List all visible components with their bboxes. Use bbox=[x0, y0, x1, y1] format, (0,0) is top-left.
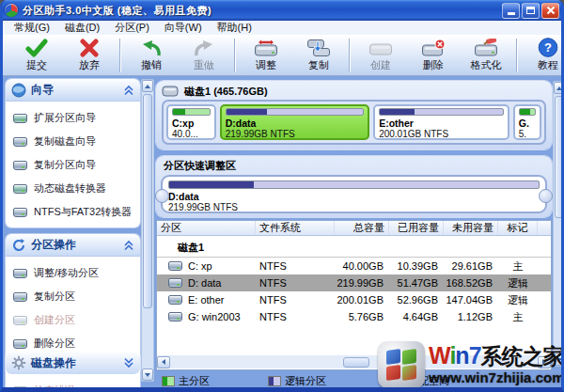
toolbar-separator bbox=[349, 39, 351, 72]
disk-title: 磁盘1 (465.76GB) bbox=[184, 85, 268, 99]
scroll-down-button[interactable] bbox=[142, 368, 153, 381]
toolbar-undo-button[interactable]: 撤销 bbox=[125, 39, 178, 72]
quick-adjust-bar[interactable]: D:data 219.99GB NTFS bbox=[161, 175, 547, 213]
table-group-disk1[interactable]: 磁盘1 bbox=[157, 239, 551, 258]
resize-handle-left[interactable] bbox=[155, 189, 169, 203]
table-row-e[interactable]: E: other NTFS 200.01GB 52.96GB 147.04GB … bbox=[157, 291, 551, 308]
toolbar-redo-button[interactable]: 重做 bbox=[178, 39, 230, 72]
circular-arrow-icon bbox=[11, 238, 26, 253]
arrow-up-icon bbox=[556, 86, 562, 90]
partition-block-e[interactable]: E:other 200.01GB NTFS bbox=[373, 104, 509, 140]
arrow-left-icon bbox=[162, 359, 165, 365]
wizards-header[interactable]: 向导 bbox=[6, 79, 140, 102]
sidebar-item-copy-disk-wizard[interactable]: 复制磁盘向导 bbox=[13, 130, 136, 153]
toolbar-resize-button[interactable]: 调整 bbox=[240, 39, 292, 72]
disk-ops-header[interactable]: 磁盘操作 bbox=[6, 352, 140, 374]
menu-bar: 常规(G) 磁盘(D) 分区(P) 向导(W) 帮助(H) bbox=[3, 21, 561, 36]
windows-flag-icon bbox=[378, 341, 425, 388]
scrollbar-thumb[interactable] bbox=[343, 357, 369, 368]
sidebar-item-copy-partition-wizard[interactable]: 复制分区向导 bbox=[13, 153, 136, 177]
toolbar-create-button[interactable]: 创建 bbox=[354, 39, 407, 72]
title-bar[interactable]: 分区助手3.0中文版 (稳定、易用且免费) bbox=[0, 0, 564, 21]
maximize-icon bbox=[526, 7, 535, 14]
disk-icon bbox=[162, 86, 179, 97]
col-total[interactable]: 总容量 bbox=[335, 221, 389, 235]
partition-ops-header[interactable]: 分区操作 bbox=[6, 234, 140, 257]
col-partition[interactable]: 分区 bbox=[157, 221, 256, 235]
partition-blocks: C:xp 40.0... D:data 219.99GB NTFS E:othe… bbox=[162, 100, 546, 145]
col-flag[interactable]: 标记 bbox=[498, 221, 538, 235]
toolbar-separator bbox=[234, 39, 236, 72]
sidebar-scrollbar[interactable] bbox=[141, 79, 154, 382]
menu-partition[interactable]: 分区(P) bbox=[107, 21, 157, 35]
toolbar-copy-button[interactable]: 复制 bbox=[292, 39, 345, 72]
sidebar-item-ntfs-fat32-converter[interactable]: NTFS与FAT32转换器 bbox=[13, 200, 136, 224]
maximize-button[interactable] bbox=[522, 3, 540, 19]
delete-disk-icon bbox=[421, 39, 446, 57]
sidebar-item-extend-wizard[interactable]: 扩展分区向导 bbox=[13, 106, 136, 130]
chevron-down-icon[interactable] bbox=[123, 357, 134, 368]
disk-icon bbox=[168, 312, 182, 321]
quick-adjust-title: 分区快速调整区 bbox=[161, 159, 547, 173]
arrow-up-icon bbox=[145, 85, 150, 88]
toolbar-tutorial-button[interactable]: ? 教程 bbox=[522, 39, 561, 72]
toolbar-separator bbox=[516, 39, 518, 72]
menu-general[interactable]: 常规(G) bbox=[7, 21, 57, 35]
legend-logical: 逻辑分区 bbox=[268, 374, 326, 388]
scrollbar-thumb[interactable] bbox=[143, 94, 152, 308]
sidebar-item-create-partition[interactable]: 创建分区 bbox=[13, 308, 136, 332]
col-free[interactable]: 未用容量 bbox=[444, 221, 498, 235]
sidebar-item-dynamic-disk-converter[interactable]: 动态磁盘转换器 bbox=[13, 177, 136, 200]
scroll-up-button[interactable] bbox=[554, 82, 564, 94]
sidebar-item-copy-partition[interactable]: 复制分区 bbox=[13, 285, 136, 308]
partition-block-g[interactable]: G. 5. bbox=[513, 104, 541, 140]
menu-disk[interactable]: 磁盘(D) bbox=[57, 21, 107, 35]
disk-icon bbox=[13, 316, 27, 325]
sidebar-item-check-errors[interactable]: 检查错误 bbox=[13, 379, 136, 392]
logical-partition-swatch bbox=[268, 376, 281, 386]
toolbar-commit-button[interactable]: 提交 bbox=[10, 39, 63, 72]
watermark-url: www.win7zhijia.com bbox=[429, 370, 564, 384]
scrollbar-thumb[interactable] bbox=[555, 96, 564, 218]
discard-x-icon bbox=[79, 39, 100, 57]
toolbar-delete-button[interactable]: 删除 bbox=[407, 39, 460, 72]
copy-disk-icon bbox=[306, 39, 331, 57]
close-button[interactable] bbox=[541, 3, 559, 19]
sidebar: 向导 扩展分区向导 复制磁盘向导 复制分区向导 动态磁盘转换器 NTFS与FAT… bbox=[6, 79, 140, 382]
col-filesystem[interactable]: 文件系统 bbox=[256, 221, 335, 235]
menu-wizard[interactable]: 向导(W) bbox=[157, 21, 210, 35]
menu-help[interactable]: 帮助(H) bbox=[210, 21, 259, 35]
main-scrollbar[interactable] bbox=[553, 81, 564, 367]
minimize-button[interactable] bbox=[502, 3, 520, 19]
toolbar-discard-button[interactable]: 放弃 bbox=[63, 39, 116, 72]
sidebar-panel-wizards: 向导 扩展分区向导 复制磁盘向导 复制分区向导 动态磁盘转换器 NTFS与FAT… bbox=[6, 79, 140, 227]
wizard-globe-icon bbox=[11, 83, 26, 98]
chevron-up-icon[interactable] bbox=[123, 85, 134, 96]
table-row-d-selected[interactable]: D: data NTFS 219.99GB 51.47GB 168.52GB 逻… bbox=[157, 274, 551, 291]
watermark-text: Win7系统之家 www.win7zhijia.com bbox=[429, 344, 564, 384]
usage-bar bbox=[168, 180, 540, 189]
app-window: 分区助手3.0中文版 (稳定、易用且免费) 常规(G) 磁盘(D) 分区(P) … bbox=[0, 0, 564, 392]
table-header: 分区 文件系统 总容量 已用容量 未用容量 标记 bbox=[157, 221, 551, 236]
disk-map-panel: 磁盘1 (465.76GB) C:xp 40.0... D:data 219.9… bbox=[156, 81, 552, 149]
wizards-title: 向导 bbox=[31, 82, 118, 98]
col-used[interactable]: 已用容量 bbox=[389, 221, 444, 235]
watermark-brand: Win7系统之家 bbox=[429, 344, 564, 368]
disk-icon bbox=[168, 295, 182, 305]
partition-block-d-selected[interactable]: D:data 219.99GB NTFS bbox=[220, 104, 369, 140]
partition-ops-title: 分区操作 bbox=[31, 237, 118, 253]
win7-watermark: Win7系统之家 www.win7zhijia.com bbox=[378, 338, 564, 390]
partition-block-c[interactable]: C:xp 40.0... bbox=[166, 104, 216, 140]
help-question-icon: ? bbox=[538, 39, 558, 57]
chevron-up-icon[interactable] bbox=[123, 240, 134, 251]
table-row-g[interactable]: G: win2003 NTFS 5.76GB 4.64GB 1.12GB 主 bbox=[157, 308, 551, 325]
scroll-up-button[interactable] bbox=[142, 80, 153, 92]
format-disk-icon bbox=[474, 39, 498, 57]
disk-icon bbox=[13, 292, 27, 302]
toolbar-format-button[interactable]: 格式化 bbox=[460, 39, 512, 72]
minimize-icon bbox=[508, 12, 515, 15]
sidebar-item-resize-move[interactable]: 调整/移动分区 bbox=[13, 261, 136, 285]
scroll-left-button[interactable] bbox=[157, 356, 170, 368]
resize-handle-right[interactable] bbox=[539, 189, 553, 203]
table-row-c[interactable]: C: xp NTFS 40.00GB 10.39GB 29.61GB 主 bbox=[157, 258, 551, 274]
